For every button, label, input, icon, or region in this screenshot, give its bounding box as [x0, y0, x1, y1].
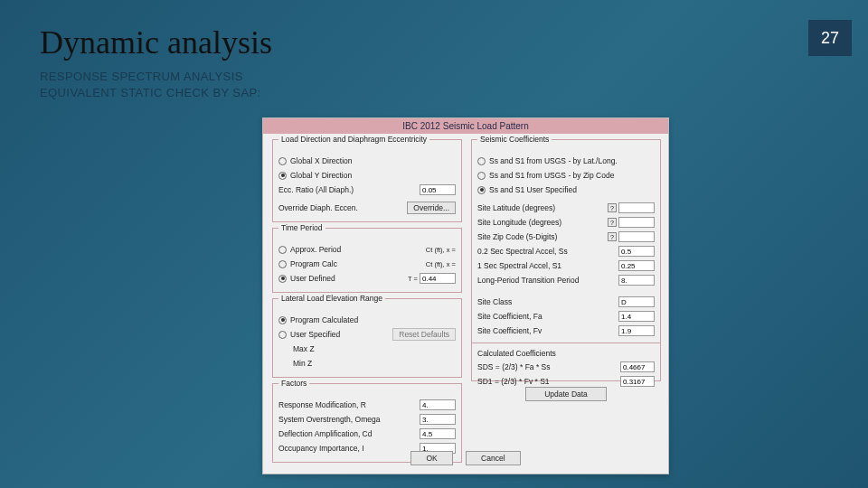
- s1-input[interactable]: [618, 260, 655, 271]
- time-period-group: Time Period Approx. PeriodCt (ft), x = P…: [272, 228, 462, 293]
- tl-input[interactable]: [618, 275, 655, 286]
- update-data-button[interactable]: Update Data: [525, 387, 607, 401]
- radio-global-x[interactable]: [278, 157, 287, 165]
- radio-usgs-zip[interactable]: [477, 172, 486, 180]
- factor-cd-input[interactable]: [420, 428, 456, 439]
- radio-lat-user[interactable]: [278, 331, 287, 339]
- radio-user-specified[interactable]: [477, 186, 486, 194]
- sd1-output: [620, 376, 655, 387]
- period-t-input[interactable]: [420, 273, 456, 284]
- ss-input[interactable]: [618, 246, 655, 257]
- site-class-input[interactable]: [618, 296, 655, 307]
- radio-approx-period[interactable]: [278, 246, 287, 254]
- group-label: Load Direction and Diaphragm Eccentricit…: [278, 135, 429, 144]
- group-label: Factors: [278, 379, 309, 388]
- site-zip-input[interactable]: [618, 231, 655, 242]
- slide-subtitle: RESPONSE SPECTRUM ANALYSIS EQUIVALENT ST…: [40, 69, 261, 100]
- ecc-ratio-input[interactable]: [420, 184, 456, 195]
- radio-usgs-latlong[interactable]: [477, 157, 486, 165]
- site-lat-input[interactable]: [618, 202, 655, 213]
- dialog-title: IBC 2012 Seismic Load Pattern: [263, 118, 668, 134]
- factor-omega-input[interactable]: [420, 414, 456, 425]
- page-number: 27: [808, 20, 852, 56]
- ok-button[interactable]: OK: [410, 451, 452, 465]
- override-button[interactable]: Override...: [407, 202, 456, 214]
- radio-lat-program[interactable]: [278, 316, 287, 324]
- fa-input[interactable]: [618, 311, 655, 322]
- load-direction-group: Load Direction and Diaphragm Eccentricit…: [272, 139, 462, 222]
- fv-input[interactable]: [618, 325, 655, 336]
- help-icon[interactable]: ?: [608, 232, 617, 241]
- factor-r-input[interactable]: [420, 399, 456, 410]
- sds-output: [620, 361, 655, 372]
- radio-program-calc[interactable]: [278, 260, 287, 268]
- radio-user-defined[interactable]: [278, 275, 287, 283]
- cancel-button[interactable]: Cancel: [466, 451, 520, 465]
- lateral-load-group: Lateral Load Elevation Range Program Cal…: [272, 298, 462, 378]
- seismic-load-dialog: IBC 2012 Seismic Load Pattern Load Direc…: [262, 117, 669, 474]
- help-icon[interactable]: ?: [608, 218, 617, 227]
- site-lon-input[interactable]: [618, 217, 655, 228]
- group-label: Seismic Coefficients: [477, 135, 552, 144]
- reset-defaults-button[interactable]: Reset Defaults: [392, 328, 456, 341]
- calc-coeff-label: Calculated Coefficients: [477, 349, 655, 358]
- slide-title: Dynamic analysis: [40, 23, 272, 61]
- group-label: Time Period: [278, 223, 326, 232]
- radio-global-y[interactable]: [278, 172, 287, 180]
- seismic-coefficients-group: Seismic Coefficients Ss and S1 from USGS…: [471, 139, 661, 381]
- help-icon[interactable]: ?: [608, 203, 617, 212]
- group-label: Lateral Load Elevation Range: [278, 294, 385, 303]
